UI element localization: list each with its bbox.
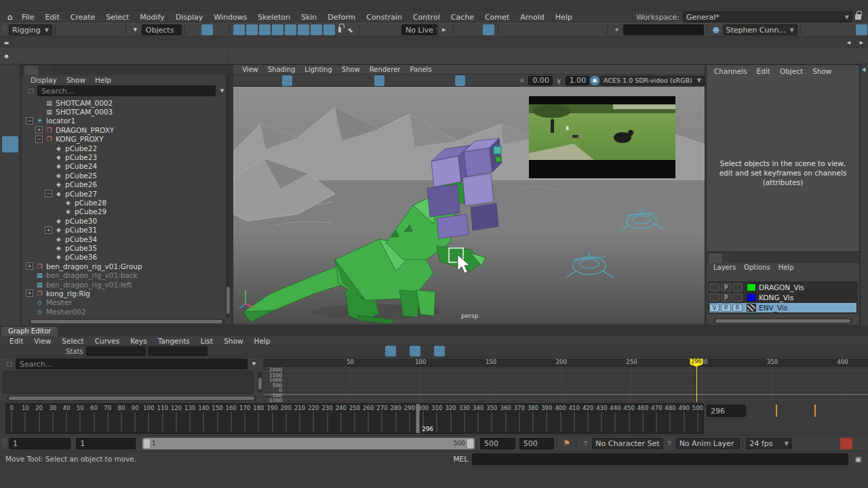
shelf-scroll-left-icon[interactable]: ◀	[843, 37, 854, 48]
snap-icon[interactable]	[389, 24, 401, 35]
viewport-menu-item[interactable]: Lighting	[300, 66, 336, 73]
gamma-field[interactable]: 1.00	[566, 76, 589, 85]
script-editor-icon[interactable]: ▣	[852, 453, 864, 464]
workspace-lock-icon[interactable]	[855, 14, 861, 20]
channelbox-corner-icon[interactable]	[848, 66, 856, 77]
graph-editor-tangent-icon[interactable]	[507, 346, 518, 357]
sidebar-toggle-icon[interactable]	[856, 24, 867, 35]
outliner-hscrollbar[interactable]	[28, 319, 224, 324]
ge-list-vscrollbar[interactable]	[258, 372, 262, 392]
graph-editor-tool-icon[interactable]	[27, 346, 38, 357]
history-icon[interactable]	[483, 24, 494, 35]
graph-editor-tool-icon[interactable]	[39, 346, 50, 357]
render-icon[interactable]	[566, 24, 578, 35]
layer-visibility-toggle[interactable]	[709, 293, 719, 302]
toolbox-tool-icon[interactable]	[2, 136, 18, 152]
menu-item[interactable]: Select	[100, 13, 134, 22]
shelf-item-popup-icon[interactable]: ●	[1, 51, 12, 62]
character-set-arrow-icon[interactable]: ▽	[580, 438, 591, 449]
graph-editor-tangent-icon[interactable]	[385, 346, 396, 357]
graph-editor-panel-icon[interactable]	[842, 346, 852, 357]
outliner-filter-icon[interactable]: ⬚	[25, 85, 37, 96]
viewport-bar-icon[interactable]	[420, 75, 431, 86]
menu-item[interactable]: Arnold	[515, 13, 550, 22]
layer-reference-toggle[interactable]: R	[732, 304, 743, 312]
layer-visibility-toggle[interactable]: V	[709, 304, 719, 312]
render-icon[interactable]	[540, 24, 552, 35]
history-icon[interactable]	[457, 24, 469, 35]
viewport-bar-icon[interactable]	[363, 75, 373, 86]
shelf-curve-tool-icon[interactable]	[111, 49, 126, 64]
home-icon[interactable]: ⌂	[4, 12, 16, 22]
layer-action-icon[interactable]	[817, 271, 826, 282]
layer-color-swatch[interactable]	[747, 304, 756, 312]
outliner-tab[interactable]	[39, 66, 53, 75]
outliner-menu-item[interactable]: Display	[26, 76, 62, 84]
outliner-tree-row[interactable]: ◇ Mesher002	[23, 307, 224, 316]
graph-editor-curve-area[interactable]: 50100150200250300350400 2000150010005000…	[263, 359, 868, 402]
graph-editor-menu-item[interactable]: List	[195, 337, 218, 345]
time-slider-track[interactable]: 0 10 20 30 40 50 60	[5, 403, 704, 434]
viewport-menu-item[interactable]: Panels	[405, 66, 436, 73]
graph-editor-tangent-icon[interactable]	[336, 346, 347, 357]
range-slider[interactable]: 1 500	[142, 438, 475, 449]
viewport-bar-icon[interactable]	[328, 75, 338, 86]
menu-item[interactable]: File	[16, 13, 39, 22]
exposure-field[interactable]: 0.00	[528, 76, 552, 85]
viewport-canvas[interactable]: persp	[233, 87, 705, 323]
selection-mask-icon[interactable]	[311, 24, 322, 35]
viewport-bar-icon[interactable]	[478, 75, 488, 86]
channelbox-corner-icon[interactable]	[827, 66, 836, 77]
layer-row[interactable]: P DRAGON_Vis	[709, 283, 856, 292]
file-icon[interactable]	[85, 24, 96, 35]
layer-color-swatch[interactable]	[747, 293, 756, 302]
render-icon[interactable]	[553, 24, 565, 35]
shelf-scroll-right-icon[interactable]: ▶	[856, 37, 867, 48]
shelf-surface-tool-icon[interactable]	[296, 49, 311, 64]
graph-editor-menu-item[interactable]: Select	[56, 337, 89, 345]
layer-action-icon[interactable]	[803, 271, 812, 282]
graph-editor-tangent-icon[interactable]	[446, 346, 457, 357]
viewport-bar-icon[interactable]	[236, 75, 246, 86]
menu-item[interactable]: Windows	[208, 13, 252, 22]
outliner-tree-row[interactable]: − ◈ pCube27	[23, 189, 224, 198]
viewport-bar-icon[interactable]	[317, 75, 327, 86]
playback-option-icon[interactable]	[795, 438, 808, 449]
menu-item[interactable]: Display	[170, 13, 209, 22]
outliner-vscrollbar[interactable]	[226, 75, 231, 318]
sidebar-toggle-icon[interactable]	[804, 24, 816, 35]
playback-button[interactable]	[776, 405, 789, 417]
graph-editor-tangent-icon[interactable]	[312, 346, 323, 357]
user-account-dropdown[interactable]: Stephen Cunn...▼	[723, 24, 798, 35]
viewport-bar-icon[interactable]	[294, 75, 304, 86]
shelf-curve-tool-icon[interactable]	[144, 49, 159, 64]
outliner-tree-row[interactable]: ▤ ben_dragon_rig_v01:back	[23, 270, 224, 279]
outliner-tree-row[interactable]: ◇ Mesher	[23, 298, 224, 307]
tree-expander-icon[interactable]: −	[45, 190, 52, 197]
viewport-menu-item[interactable]: Show	[337, 66, 365, 73]
shelf-surface-tool-icon[interactable]	[248, 49, 262, 64]
graph-editor-tangent-icon[interactable]	[300, 346, 311, 357]
viewport-bar-icon[interactable]	[248, 75, 258, 86]
layer-menu-item[interactable]: Options	[740, 264, 774, 271]
playback-option-icon[interactable]	[810, 438, 823, 449]
layout-shortcut-icon[interactable]	[3, 216, 18, 230]
shelf-surface-tool-icon[interactable]	[361, 49, 376, 64]
graph-editor-tangent-icon[interactable]	[239, 346, 250, 357]
shelf-surface-tool-icon[interactable]	[313, 49, 328, 64]
workspace-dropdown[interactable]: General*▼	[683, 12, 852, 22]
fps-dropdown[interactable]: 24 fps▼	[746, 438, 792, 449]
graph-editor-tangent-icon[interactable]	[349, 346, 359, 357]
ge-list-hscrollbar[interactable]	[7, 396, 256, 401]
graph-editor-panel-icon[interactable]	[817, 346, 828, 357]
graph-editor-menu-item[interactable]: Edit	[4, 337, 28, 345]
ge-playhead-line[interactable]	[696, 367, 698, 402]
outliner-tree-row[interactable]: + ◈ pCube31	[23, 225, 224, 234]
outliner-menu-item[interactable]: Show	[62, 76, 90, 84]
viewport-bar-icon[interactable]	[432, 75, 442, 86]
shelf-curve-tool-icon[interactable]	[95, 49, 110, 64]
shelf-curve-tool-icon[interactable]	[79, 49, 94, 64]
layout-shortcut-icon[interactable]	[3, 251, 18, 265]
layer-playback-toggle[interactable]: P	[721, 304, 731, 312]
viewport-bar-icon[interactable]	[282, 75, 292, 86]
